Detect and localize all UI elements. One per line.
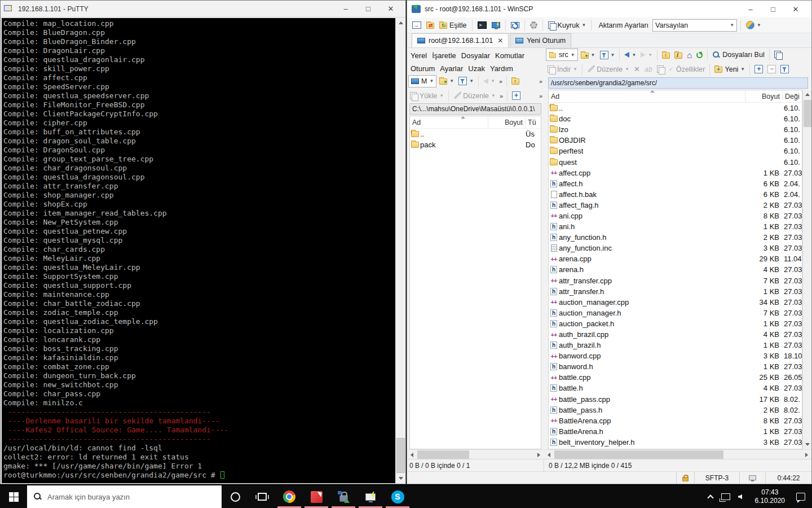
file-row[interactable]: ++attr_transfer.cpp7 KB27.03: [549, 275, 802, 286]
synchronize-button[interactable]: ↻Eşitle: [438, 19, 469, 32]
network-tray-button[interactable]: [718, 485, 734, 508]
open-console-button[interactable]: >: [476, 19, 488, 32]
putty-maximize-button[interactable]: □: [357, 5, 379, 13]
tray-expand-button[interactable]: [703, 485, 718, 508]
start-button[interactable]: [0, 485, 27, 508]
remote-copy-button[interactable]: [773, 48, 783, 62]
remote-vertical-scrollbar[interactable]: [802, 90, 811, 449]
local-back-button[interactable]: ▼: [482, 75, 497, 88]
menu-item-i̇şaretle[interactable]: İşaretle: [432, 50, 456, 62]
local-select-button[interactable]: +: [510, 89, 522, 103]
refresh-session-button[interactable]: [509, 19, 521, 32]
download-button[interactable]: İndir▼: [546, 63, 579, 76]
file-row[interactable]: hBattleArena.h1 KB27.03: [549, 426, 802, 437]
transfer-settings-select[interactable]: Varsayılan▼: [652, 19, 737, 32]
cortana-button[interactable]: [222, 485, 249, 508]
file-row[interactable]: hany_function.h2 KB27.03: [549, 232, 802, 243]
local-path-bar[interactable]: C:\...\mahsu\OneDrive\Masaüstü\0.0.0.1\: [409, 103, 541, 115]
file-row[interactable]: ++arena.cpp29 KB11.04: [549, 253, 802, 264]
encryption-indicator[interactable]: [676, 472, 694, 484]
file-row[interactable]: affect.h.bak6 KB2.04.: [549, 189, 802, 200]
scroll-up-icon[interactable]: [396, 18, 405, 28]
taskbar-app-putty-app[interactable]: [357, 485, 384, 508]
upload-button[interactable]: Yükle▼: [408, 89, 445, 103]
remote-forward-button[interactable]: ▼: [639, 48, 654, 62]
menu-item-uzak[interactable]: Uzak: [468, 63, 485, 75]
remote-back-button[interactable]: ▼: [623, 48, 638, 62]
scrollbar-thumb[interactable]: [396, 438, 405, 473]
file-row[interactable]: packDo: [410, 139, 541, 150]
remote-root-dir-button[interactable]: /: [673, 48, 684, 62]
remote-dir-combo[interactable]: src▼: [546, 49, 578, 61]
select-button[interactable]: +: [753, 63, 765, 76]
terminal-output[interactable]: Compile: map_location.cppCompile: BlueDr…: [2, 18, 395, 483]
file-row[interactable]: ++ani.cpp8 KB27.03: [549, 211, 802, 221]
file-row[interactable]: perftest6.10.: [549, 146, 802, 156]
file-row[interactable]: hbelt_inventory_helper.h3 KB27.03: [549, 437, 802, 448]
file-row[interactable]: haffect_flag.h2 KB27.03: [549, 200, 802, 211]
file-row[interactable]: ++battle.cpp25 KB26.05: [549, 372, 802, 383]
scroll-down-icon[interactable]: [396, 474, 405, 483]
edit-button[interactable]: Düzenle▼: [585, 63, 631, 76]
local-horizontal-scrollbar[interactable]: [407, 449, 544, 459]
column-header-size[interactable]: Boyut: [745, 90, 783, 102]
tab-new-session[interactable]: Yeni Oturum: [510, 33, 571, 47]
file-row[interactable]: hbanword.h1 KB27.03: [549, 361, 802, 372]
remote-path-bar[interactable]: /usr/src/senben/grandia2/game/src/: [548, 77, 808, 89]
queue-button[interactable]: Kuyruk▼: [546, 19, 588, 32]
putty-minimize-button[interactable]: –: [334, 5, 357, 13]
menu-item-yardım[interactable]: Yardım: [490, 63, 513, 75]
taskbar-app-chrome[interactable]: [276, 485, 303, 508]
file-row[interactable]: ..Üs: [410, 129, 541, 139]
local-drive-combo[interactable]: M▼: [408, 75, 436, 87]
unselect-button[interactable]: −: [766, 63, 778, 76]
toolbar-overflow-icon[interactable]: »: [538, 93, 544, 99]
compare-directories-button[interactable]: ⇄: [425, 19, 436, 32]
find-files-button[interactable]: Dosyaları Bul: [710, 48, 766, 62]
delete-button[interactable]: ✕: [632, 63, 642, 76]
column-header-modified[interactable]: Deği: [783, 90, 802, 102]
taskbar-app-secure-app[interactable]: [330, 485, 357, 508]
file-row[interactable]: haffect.h6 KB2.04.: [549, 178, 802, 189]
file-row[interactable]: doc6.10.: [549, 113, 802, 124]
protocol-indicator[interactable]: SFTP-3: [694, 472, 739, 484]
rename-button[interactable]: ab: [643, 63, 654, 76]
putty-scrollbar[interactable]: [395, 18, 405, 483]
column-header-type[interactable]: Tü: [526, 116, 541, 128]
column-header-size[interactable]: Boyut: [488, 116, 526, 128]
file-row[interactable]: lzo6.10.: [549, 124, 802, 135]
clock-tray-button[interactable]: 07:43 6.10.2020: [751, 485, 789, 508]
remote-home-dir-button[interactable]: ⌂: [685, 48, 694, 62]
file-row[interactable]: any_function.inc3 KB27.03: [549, 243, 802, 253]
putty-titlebar[interactable]: 192.168.1.101 - PuTTY – □ ✕: [1, 1, 405, 17]
local-filter-button[interactable]: ▼: [457, 75, 475, 88]
putty-close-button[interactable]: ✕: [379, 5, 402, 13]
remote-refresh-button[interactable]: [695, 48, 704, 62]
file-row[interactable]: hauction_packet.h1 KB27.03: [549, 318, 802, 329]
selection-filter-button[interactable]: [779, 63, 791, 76]
file-row[interactable]: OBJDIR6.10.: [549, 135, 802, 146]
remote-parent-dir-button[interactable]: ↑: [660, 48, 672, 62]
action-center-button[interactable]: [789, 485, 812, 508]
remote-horizontal-scrollbar[interactable]: [544, 449, 811, 459]
tab-session-active[interactable]: root@192.168.1.101 ✕: [412, 33, 509, 47]
local-open-dir-button[interactable]: ▸▼: [438, 75, 456, 88]
column-header-name[interactable]: Ad: [549, 90, 745, 102]
scrollbar-thumb[interactable]: [804, 100, 811, 127]
winscp-close-button[interactable]: ✕: [784, 5, 807, 14]
toolbar-overflow-icon[interactable]: »: [498, 93, 504, 99]
new-button[interactable]: +Yeni▼: [713, 63, 747, 76]
column-header-name[interactable]: Ad: [410, 116, 488, 128]
taskbar-search-input[interactable]: Aramak için buraya yazın: [27, 485, 222, 508]
winscp-maximize-button[interactable]: □: [762, 5, 784, 14]
volume-tray-button[interactable]: [734, 485, 751, 508]
toggle-panels-button[interactable]: ↔: [411, 19, 423, 32]
file-row[interactable]: harena.h4 KB27.03: [549, 264, 802, 275]
file-row[interactable]: hbattle_pass.h2 KB8.02.: [549, 405, 802, 415]
menu-item-ayarlar[interactable]: Ayarlar: [440, 63, 463, 75]
open-putty-button[interactable]: [490, 19, 502, 32]
task-view-button[interactable]: [249, 485, 276, 508]
winscp-minimize-button[interactable]: –: [739, 5, 762, 14]
duplicate-button[interactable]: [655, 63, 666, 76]
remote-filter-button[interactable]: ▼: [598, 48, 617, 62]
